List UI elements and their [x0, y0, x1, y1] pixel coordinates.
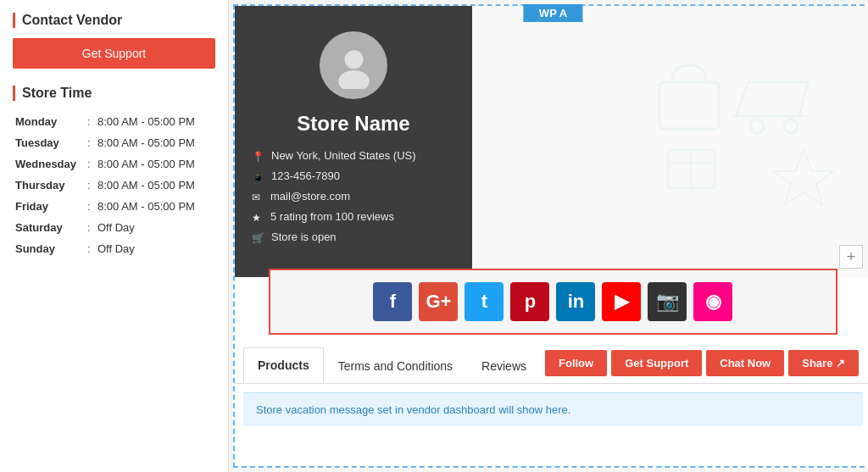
get-support-button[interactable]: Get Support: [611, 350, 702, 376]
store-hours-row: Monday : 8:00 AM - 05:00 PM: [13, 111, 215, 132]
avatar: [320, 31, 387, 99]
svg-point-1: [338, 70, 370, 89]
youtube-icon[interactable]: ▶: [602, 282, 641, 321]
add-content-button[interactable]: +: [839, 245, 863, 269]
tab-products[interactable]: Products: [243, 347, 324, 383]
store-hours-row: Tuesday : 8:00 AM - 05:00 PM: [13, 132, 215, 153]
store-hours-row: Thursday : 8:00 AM - 05:00 PM: [13, 175, 215, 196]
store-location: 📍 New York, United States (US): [252, 149, 455, 163]
hours-value: 8:00 AM - 05:00 PM: [95, 132, 215, 153]
day-label: Monday: [13, 111, 85, 132]
store-phone: 📱 123-456-7890: [252, 169, 455, 183]
email-icon: ✉: [252, 192, 264, 203]
phone-icon: 📱: [252, 171, 264, 183]
avatar-icon: [331, 42, 377, 89]
location-icon: 📍: [252, 151, 264, 163]
day-label: Saturday: [13, 217, 85, 238]
contact-vendor-section: Contact Vendor Get Support: [13, 13, 215, 69]
separator: :: [85, 196, 95, 217]
store-hours-table: Monday : 8:00 AM - 05:00 PM Tuesday : 8:…: [13, 111, 215, 259]
flickr-icon[interactable]: ◉: [693, 282, 732, 321]
chat-now-button[interactable]: Chat Now: [706, 350, 784, 376]
store-hours-row: Wednesday : 8:00 AM - 05:00 PM: [13, 153, 215, 175]
hours-value: Off Day: [95, 238, 215, 259]
cart-icon: 🛒: [252, 232, 264, 244]
day-label: Thursday: [13, 175, 85, 196]
twitter-icon[interactable]: t: [465, 282, 504, 321]
main-content: WP A Store Name 📍 New York, United State…: [233, 4, 868, 468]
svg-marker-9: [774, 150, 833, 205]
vacation-message: Store vacation message set in vendor das…: [243, 392, 863, 426]
separator: :: [85, 132, 95, 153]
store-status: 🛒 Store is open: [252, 230, 455, 244]
google-plus-icon[interactable]: G+: [419, 282, 458, 321]
profile-bg-decoration: +: [472, 6, 868, 277]
store-name: Store Name: [297, 112, 409, 136]
store-hours-row: Saturday : Off Day: [13, 217, 215, 238]
hours-value: 8:00 AM - 05:00 PM: [95, 153, 215, 175]
store-rating: ★ 5 rating from 100 reviews: [252, 210, 455, 224]
tab-reviews[interactable]: Reviews: [467, 348, 541, 383]
store-email: ✉ mail@store.com: [252, 190, 455, 203]
profile-area: Store Name 📍 New York, United States (US…: [235, 6, 868, 277]
tab-terms[interactable]: Terms and Conditions: [324, 348, 467, 383]
action-buttons: Follow Get Support Chat Now Share ↗: [541, 343, 863, 383]
hours-value: 8:00 AM - 05:00 PM: [95, 111, 215, 132]
separator: :: [85, 217, 95, 238]
svg-point-4: [784, 119, 798, 133]
share-button[interactable]: Share ↗: [788, 350, 859, 376]
bg-decoration-svg: [651, 31, 837, 218]
store-time-title: Store Time: [13, 86, 215, 101]
instagram-icon[interactable]: 📷: [648, 282, 687, 321]
day-label: Tuesday: [13, 132, 85, 153]
facebook-icon[interactable]: f: [373, 282, 412, 321]
tabs-container: ProductsTerms and ConditionsReviews: [243, 343, 541, 383]
day-label: Friday: [13, 196, 85, 217]
sidebar-get-support-button[interactable]: Get Support: [13, 38, 215, 69]
linkedin-icon[interactable]: in: [556, 282, 595, 321]
day-label: Wednesday: [13, 153, 85, 175]
sidebar: Contact Vendor Get Support Store Time Mo…: [0, 0, 229, 472]
top-tab-indicator[interactable]: WP A: [524, 4, 582, 22]
svg-point-3: [750, 119, 764, 133]
separator: :: [85, 175, 95, 196]
separator: :: [85, 238, 95, 259]
contact-vendor-title: Contact Vendor: [13, 13, 215, 28]
svg-rect-2: [659, 82, 719, 129]
social-icons-row: fG+tpin▶📷◉: [269, 269, 837, 335]
store-hours-row: Friday : 8:00 AM - 05:00 PM: [13, 196, 215, 217]
decoration-icons: [651, 31, 837, 220]
hours-value: 8:00 AM - 05:00 PM: [95, 175, 215, 196]
profile-card: Store Name 📍 New York, United States (US…: [235, 6, 472, 277]
star-icon: ★: [252, 212, 264, 224]
separator: :: [85, 111, 95, 132]
hours-value: Off Day: [95, 217, 215, 238]
pinterest-icon[interactable]: p: [510, 282, 549, 321]
day-label: Sunday: [13, 238, 85, 259]
hours-value: 8:00 AM - 05:00 PM: [95, 196, 215, 217]
store-hours-row: Sunday : Off Day: [13, 238, 215, 259]
store-time-section: Store Time Monday : 8:00 AM - 05:00 PM T…: [13, 86, 215, 259]
svg-point-0: [344, 50, 363, 69]
tabs-actions-row: ProductsTerms and ConditionsReviews Foll…: [235, 343, 868, 384]
store-info-list: 📍 New York, United States (US) 📱 123-456…: [252, 149, 455, 251]
separator: :: [85, 153, 95, 175]
follow-button[interactable]: Follow: [545, 350, 607, 376]
